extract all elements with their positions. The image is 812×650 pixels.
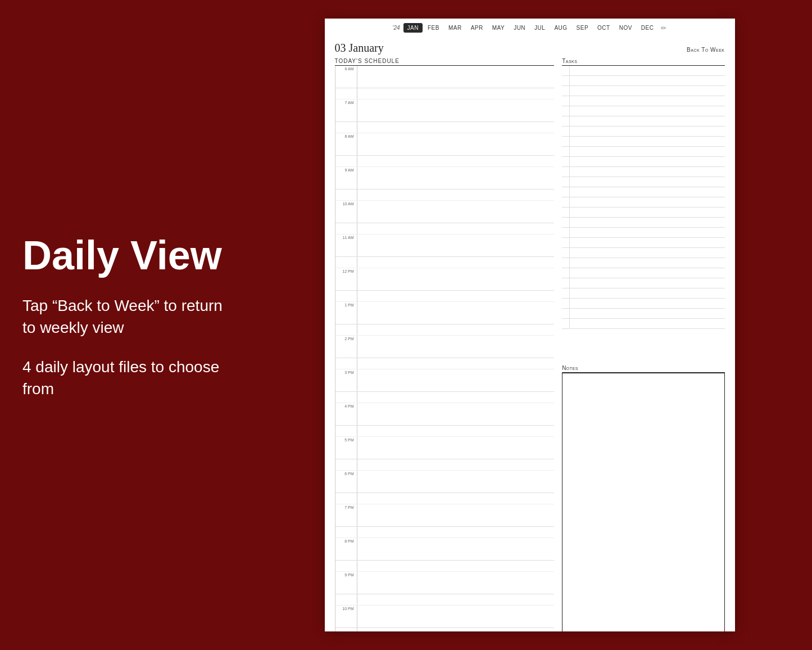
time-slot[interactable] [357,156,555,166]
time-row[interactable] [335,156,555,167]
time-row[interactable]: 9 AM [335,167,555,189]
time-slot[interactable] [357,504,555,526]
task-checkbox[interactable] [562,197,570,207]
time-row[interactable]: 10 AM [335,201,555,223]
time-row[interactable] [335,527,555,538]
task-checkbox[interactable] [562,258,570,268]
time-slot[interactable] [357,291,555,301]
task-checkbox[interactable] [562,228,570,237]
time-slot[interactable] [357,234,555,256]
month-mar[interactable]: MAR [444,23,466,33]
month-apr[interactable]: APR [467,23,487,33]
task-row[interactable] [562,238,724,248]
task-checkbox[interactable] [562,248,570,258]
task-row[interactable] [562,86,724,96]
time-slot[interactable] [357,471,555,493]
time-slot[interactable] [357,133,555,155]
time-row[interactable]: 7 AM [335,100,555,122]
time-row[interactable] [335,426,555,437]
time-slot[interactable] [357,189,555,200]
task-checkbox[interactable] [562,278,570,288]
task-row[interactable] [562,116,724,127]
task-checkbox[interactable] [562,299,570,308]
time-slot[interactable] [357,257,555,268]
time-slot[interactable] [357,268,555,290]
time-row[interactable] [335,257,555,268]
time-row[interactable] [335,122,555,133]
month-may[interactable]: MAY [488,23,509,33]
time-slot[interactable] [357,493,555,504]
task-row[interactable] [562,96,724,106]
task-checkbox[interactable] [562,309,570,318]
task-checkbox[interactable] [562,167,570,177]
task-checkbox[interactable] [562,106,570,116]
task-row[interactable] [562,197,724,207]
month-dec[interactable]: DEC [637,23,658,33]
task-row[interactable] [562,177,724,187]
task-row[interactable] [562,309,724,319]
time-row[interactable]: 8 AM [335,133,555,156]
task-row[interactable] [562,76,724,86]
time-slot[interactable] [357,527,555,538]
time-row[interactable] [335,628,555,631]
time-slot[interactable] [357,122,555,133]
time-row[interactable]: 11 AM [335,234,555,257]
time-row[interactable] [335,88,555,100]
time-slot[interactable] [357,167,555,189]
time-row[interactable] [335,324,555,336]
notes-area[interactable] [562,373,724,631]
time-row[interactable] [335,358,555,369]
time-row[interactable]: 12 PM [335,268,555,291]
task-row[interactable] [562,228,724,238]
task-checkbox[interactable] [562,207,570,217]
task-row[interactable] [562,218,724,228]
task-row[interactable] [562,319,724,329]
edit-icon[interactable]: ✏ [661,24,666,32]
month-nov[interactable]: NOV [615,23,636,33]
month-oct[interactable]: OCT [593,23,614,33]
time-row[interactable]: 4 PM [335,403,555,426]
task-row[interactable] [562,258,724,268]
time-slot[interactable] [357,66,555,88]
time-slot[interactable] [357,392,555,403]
month-jul[interactable]: JUL [530,23,549,33]
time-row[interactable]: 3 PM [335,369,555,392]
time-slot[interactable] [357,606,555,628]
task-row[interactable] [562,167,724,177]
time-slot[interactable] [357,426,555,436]
task-checkbox[interactable] [562,177,570,187]
time-slot[interactable] [357,403,555,425]
time-slot[interactable] [357,336,555,358]
time-row[interactable] [335,189,555,201]
task-row[interactable] [562,268,724,278]
task-checkbox[interactable] [562,137,570,146]
time-slot[interactable] [357,594,555,605]
time-row[interactable]: 6 PM [335,471,555,493]
task-row[interactable] [562,207,724,218]
task-checkbox[interactable] [562,288,570,298]
month-feb[interactable]: FEB [424,23,443,33]
task-row[interactable] [562,106,724,116]
time-row[interactable] [335,392,555,403]
time-slot[interactable] [357,369,555,391]
time-slot[interactable] [357,201,555,223]
time-slot[interactable] [357,628,555,631]
task-row[interactable] [562,147,724,157]
task-checkbox[interactable] [562,76,570,85]
task-checkbox[interactable] [562,66,570,75]
time-row[interactable] [335,459,555,471]
time-row[interactable] [335,291,555,302]
time-row[interactable] [335,594,555,606]
task-checkbox[interactable] [562,116,570,126]
time-row[interactable]: 5 PM [335,437,555,459]
time-slot[interactable] [357,100,555,121]
time-row[interactable]: 9 PM [335,572,555,594]
month-sep[interactable]: SEP [573,23,593,33]
task-row[interactable] [562,137,724,147]
time-row[interactable]: 1 PM [335,302,555,324]
task-checkbox[interactable] [562,268,570,278]
time-row[interactable]: 10 PM [335,606,555,628]
task-checkbox[interactable] [562,319,570,328]
time-slot[interactable] [357,302,555,324]
time-slot[interactable] [357,358,555,369]
